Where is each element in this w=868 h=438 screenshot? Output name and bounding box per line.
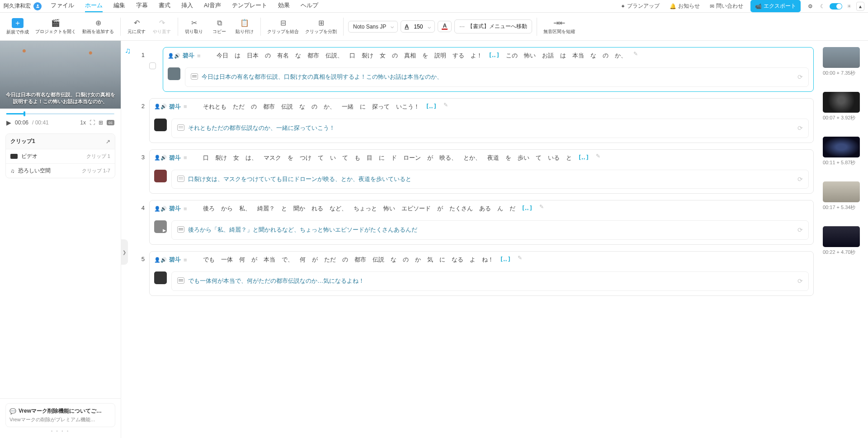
- word-token[interactable]: の: [340, 255, 350, 265]
- word-token[interactable]: ある: [477, 204, 493, 214]
- add-video-button[interactable]: ⊕動画を追加する: [80, 18, 116, 35]
- word-token[interactable]: も: [352, 153, 363, 163]
- copy-button[interactable]: ⧉コピー: [208, 18, 231, 35]
- word-token[interactable]: れる: [309, 204, 326, 214]
- word-token[interactable]: ただ: [322, 255, 338, 265]
- word-token[interactable]: ちょっと: [351, 204, 379, 214]
- word-token[interactable]: に: [377, 153, 387, 163]
- word-token[interactable]: 一体: [219, 255, 235, 265]
- grid-icon[interactable]: ⊞: [99, 119, 103, 126]
- edit-pencil-icon[interactable]: ✎: [518, 255, 522, 265]
- menu-edit[interactable]: 編集: [113, 0, 125, 12]
- word-token[interactable]: つけ: [297, 153, 314, 163]
- word-token[interactable]: ね！: [480, 255, 496, 265]
- pause-token[interactable]: [‥]: [424, 102, 439, 112]
- pager-dots[interactable]: • • • •: [5, 429, 115, 433]
- word-token[interactable]: と: [564, 153, 574, 163]
- word-token[interactable]: の: [249, 102, 259, 112]
- word-token[interactable]: で、: [279, 255, 296, 265]
- word-token[interactable]: な: [293, 51, 303, 61]
- speaker-chip[interactable]: 👤🔊 碧斗: [168, 52, 194, 60]
- cut-button[interactable]: ✂切り取り: [183, 18, 205, 35]
- pause-token[interactable]: [‥]: [576, 153, 592, 163]
- word-token[interactable]: な: [388, 255, 399, 265]
- play-button[interactable]: ▶: [6, 119, 11, 126]
- pause-token[interactable]: [‥]: [486, 51, 502, 61]
- menu-file[interactable]: ファイル: [51, 0, 74, 12]
- word-token[interactable]: 本当: [261, 255, 278, 265]
- word-token[interactable]: 夜道: [485, 153, 501, 163]
- word-token[interactable]: 都市: [261, 102, 277, 112]
- clip-thumbnail[interactable]: [154, 170, 167, 182]
- font-size-select[interactable]: A⌵: [401, 20, 435, 33]
- format-menu-jump[interactable]: ⋯【書式】メニューへ移動: [454, 19, 532, 33]
- word-token[interactable]: 歩い: [515, 153, 532, 163]
- word-token[interactable]: 私、: [237, 204, 253, 214]
- cc-badge[interactable]: cc: [107, 120, 114, 125]
- edit-pencil-icon[interactable]: ✎: [596, 153, 600, 163]
- clip-card[interactable]: 1 👤🔊 碧斗 ≡ 今日は日本の有名な都市伝説、口裂け女の真相を説明するよ！[‥…: [135, 47, 814, 92]
- word-token[interactable]: よ: [467, 255, 478, 265]
- word-token[interactable]: の: [401, 255, 411, 265]
- word-token[interactable]: 説明: [432, 51, 448, 61]
- word-token[interactable]: たくさん: [447, 204, 475, 214]
- word-token[interactable]: は: [232, 51, 243, 61]
- subtitle-box[interactable]: それともただの都市伝説なのか、一緒に探っていこう！ ⟳: [171, 119, 809, 138]
- refresh-icon[interactable]: ⟳: [797, 226, 803, 233]
- word-token[interactable]: いこう！: [394, 102, 422, 112]
- font-select[interactable]: Noto Sans JP: [348, 21, 398, 33]
- word-token[interactable]: でも: [201, 255, 217, 265]
- menu-help[interactable]: ヘルプ: [301, 0, 318, 12]
- drag-handle-icon[interactable]: ≡: [197, 52, 201, 59]
- word-token[interactable]: する: [450, 51, 467, 61]
- drag-handle-icon[interactable]: ≡: [184, 257, 187, 263]
- word-token[interactable]: ド: [389, 153, 399, 163]
- word-token[interactable]: ローン: [401, 153, 423, 163]
- font-color-button[interactable]: A: [438, 21, 452, 32]
- word-token[interactable]: に: [358, 102, 368, 112]
- video-preview[interactable]: 今日は日本の有名な都市伝説、口裂け女の真相を説明するよ！この怖いお話は本当なのか…: [0, 41, 121, 109]
- word-token[interactable]: 口: [347, 51, 358, 61]
- word-token[interactable]: の: [309, 102, 320, 112]
- timeline-thumbnail[interactable]: 00:11 + 5.87秒: [823, 137, 863, 166]
- clip-card[interactable]: 4 👤🔊 碧斗 ≡ 後ろから私、綺麗？と聞かれるなど、ちょっと怖いエピソードがた…: [135, 200, 814, 245]
- external-link-icon[interactable]: ↗: [106, 138, 110, 145]
- word-token[interactable]: か、: [321, 102, 338, 112]
- word-token[interactable]: この: [504, 51, 520, 61]
- dark-mode-toggle[interactable]: [830, 3, 842, 10]
- speaker-chip[interactable]: 👤🔊 碧斗: [154, 154, 181, 162]
- shrink-silence-button[interactable]: ⇥⇤無音区間を短縮: [542, 18, 577, 35]
- speaker-chip[interactable]: 👤🔊 碧斗: [154, 256, 181, 264]
- paste-button[interactable]: 📋貼り付け: [233, 18, 256, 35]
- refresh-icon[interactable]: ⟳: [797, 176, 803, 183]
- word-token[interactable]: 裂け: [213, 153, 229, 163]
- fullscreen-icon[interactable]: ⛶: [90, 119, 95, 126]
- word-token[interactable]: だ: [507, 204, 518, 214]
- word-token[interactable]: の: [263, 51, 273, 61]
- menu-style[interactable]: 書式: [159, 0, 170, 12]
- word-token[interactable]: て: [316, 153, 326, 163]
- word-token[interactable]: とか、: [461, 153, 483, 163]
- word-token[interactable]: ん: [495, 204, 505, 214]
- word-token[interactable]: は: [558, 51, 568, 61]
- word-token[interactable]: て: [533, 153, 544, 163]
- speaker-chip[interactable]: 👤🔊 碧斗: [154, 205, 181, 213]
- menu-insert[interactable]: 挿入: [181, 0, 193, 12]
- clip-card[interactable]: 3 👤🔊 碧斗 ≡ 口裂け女は、マスクをつけていても目にドローンが映る、とか、夜…: [135, 149, 814, 194]
- word-token[interactable]: なる: [449, 255, 466, 265]
- music-track-icon[interactable]: ♫: [125, 46, 131, 56]
- word-token[interactable]: 何: [237, 255, 247, 265]
- menu-subtitle[interactable]: 字幕: [136, 0, 148, 12]
- clip-thumbnail[interactable]: [168, 67, 180, 80]
- speaker-chip[interactable]: 👤🔊 碧斗: [154, 103, 181, 111]
- undo-button[interactable]: ↶元に戻す: [125, 18, 148, 35]
- word-token[interactable]: 都市: [305, 51, 321, 61]
- drag-handle-icon[interactable]: ≡: [184, 154, 187, 161]
- subtitle-box[interactable]: でも一体何が本当で、何がただの都市伝説なのか…気になるよね！ ⟳: [171, 271, 809, 291]
- refresh-icon[interactable]: ⟳: [797, 73, 803, 81]
- clip-thumbnail[interactable]: [154, 271, 167, 284]
- timeline-thumbnail[interactable]: 00:17 + 5.34秒: [823, 181, 863, 211]
- clip-card[interactable]: 2 👤🔊 碧斗 ≡ それともただの都市伝説なのか、一緒に探っていこう！[‥] ✎…: [135, 98, 814, 143]
- subtitle-box[interactable]: 今日は日本の有名な都市伝説、口裂け女の真相を説明するよ！この怖いお話は本当なのか…: [185, 67, 809, 87]
- notice-card[interactable]: 💬Vrewマーク削除機能についてご… Vrewマークの削除がプレミアム機能…: [5, 403, 115, 427]
